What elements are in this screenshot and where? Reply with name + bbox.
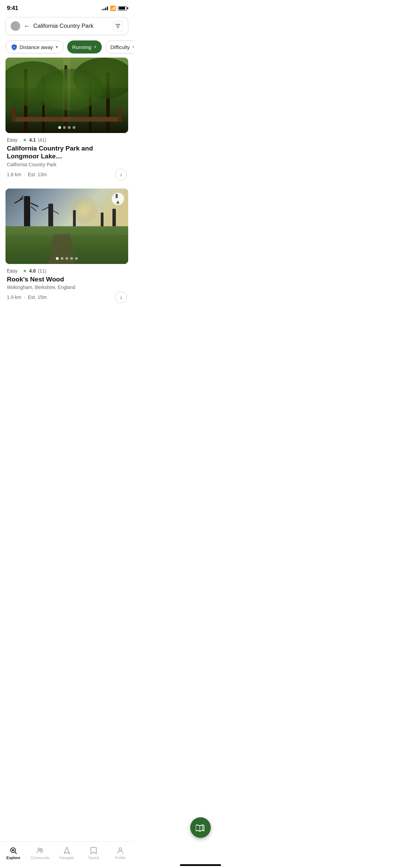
carousel-dot [61, 257, 63, 260]
carousel-dots-2 [56, 257, 78, 260]
download-button-2[interactable]: ↓ [115, 291, 127, 303]
trail-rating-1: 4.1 [29, 137, 36, 143]
search-input[interactable]: California Country Park [33, 23, 109, 29]
signal-icon [102, 6, 108, 10]
battery-icon [118, 6, 127, 11]
trail-distance-row-1: 1.8 km · Est. 13m ↓ [7, 169, 127, 180]
download-button-1[interactable]: ↓ [115, 169, 127, 180]
distance-filter-chip[interactable]: + Distance away ▼ [5, 40, 64, 53]
difficulty-filter-label: Difficulty [110, 44, 130, 50]
bookmark-button-2[interactable]: ▮▲ [112, 193, 124, 205]
trail-distance-row-2: 1.9 km · Est. 15m ↓ [7, 291, 127, 303]
trail-cards-container: Easy · ★ 4.1 (41) California Country Par… [0, 58, 134, 303]
carousel-dot [65, 257, 68, 260]
trail-location-1: California Country Park [7, 162, 127, 167]
difficulty-chevron-icon: ▼ [132, 45, 134, 49]
trail-reviews-2: (11) [38, 268, 46, 274]
carousel-dot [56, 257, 59, 260]
trail-rating-2: 4.0 [29, 268, 36, 274]
trail-image-1 [5, 58, 128, 133]
trail-reviews-1: (41) [38, 137, 46, 143]
filter-icon [116, 24, 120, 28]
trail-difficulty-1: Easy [7, 137, 17, 143]
trail-title-1[interactable]: California Country Park and Longmoor Lak… [7, 145, 127, 160]
trail-title-2[interactable]: Rook's Nest Wood [7, 276, 127, 284]
status-time: 9:41 [7, 5, 18, 12]
star-icon: ★ [23, 268, 27, 274]
trail-card-info-2: Easy · ★ 4.0 (11) Rook's Nest Wood Wokin… [5, 264, 128, 303]
activity-filter-label: Running [72, 44, 91, 50]
bookmark-icon: ▮▲ [115, 192, 121, 205]
carousel-dots-1 [58, 126, 75, 129]
trail-card-info-1: Easy · ★ 4.1 (41) California Country Par… [5, 133, 128, 180]
trail-meta-1: Easy · ★ 4.1 (41) [7, 137, 127, 143]
download-icon: ↓ [120, 294, 122, 300]
carousel-dot [63, 126, 66, 129]
trail-difficulty-2: Easy [7, 268, 17, 274]
status-bar: 9:41 📶 [0, 0, 134, 14]
carousel-dot [70, 257, 73, 260]
star-icon: ★ [23, 137, 27, 143]
carousel-dot [68, 126, 71, 129]
status-icons: 📶 [102, 5, 127, 11]
search-bar-container: ← California Country Park [0, 14, 134, 39]
filter-button[interactable] [113, 21, 123, 31]
trail-location-2: Wokingham, Berkshire, England [7, 285, 127, 290]
distance-chevron-icon: ▼ [55, 45, 59, 49]
back-button[interactable]: ← [24, 23, 30, 30]
filter-chips: + Distance away ▼ Running ▼ Difficulty ▼ [0, 39, 134, 58]
activity-filter-chip[interactable]: Running ▼ [67, 40, 102, 53]
separator: · [20, 269, 21, 273]
trail-image-2: ▮▲ [5, 189, 128, 264]
difficulty-filter-chip[interactable]: Difficulty ▼ [105, 40, 134, 53]
trail-distance-2: 1.9 km · Est. 15m [7, 294, 47, 300]
carousel-dot [58, 126, 61, 129]
trail-card[interactable]: Easy · ★ 4.1 (41) California Country Par… [5, 58, 128, 180]
trail-meta-2: Easy · ★ 4.0 (11) [7, 268, 127, 274]
distance-filter-label: Distance away [20, 44, 53, 50]
carousel-dot [73, 126, 75, 129]
wifi-icon: 📶 [110, 5, 116, 11]
avatar [11, 21, 20, 31]
carousel-dot [75, 257, 78, 260]
separator: · [20, 138, 21, 142]
activity-chevron-icon: ▼ [93, 45, 97, 49]
trail-distance-1: 1.8 km · Est. 13m [7, 172, 47, 177]
trail-card-2[interactable]: ▮▲ Easy · ★ 4.0 (11) Rook's Nest Wood Wo… [5, 189, 128, 303]
svg-text:+: + [13, 46, 15, 49]
shield-icon: + [11, 44, 17, 50]
search-bar: ← California Country Park [5, 17, 128, 35]
download-icon: ↓ [120, 171, 122, 178]
